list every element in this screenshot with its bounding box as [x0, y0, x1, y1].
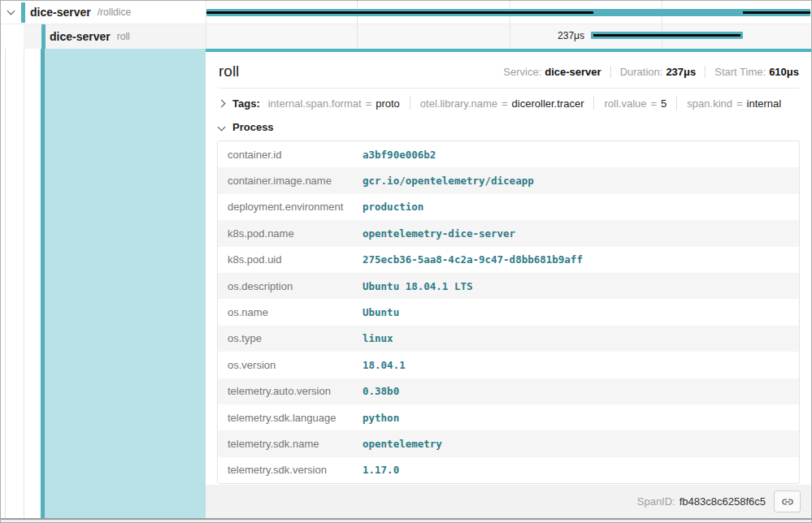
tag-item: span.kind = internal: [687, 97, 781, 110]
kv-key: os.description: [218, 280, 363, 292]
span-id-label: SpanID:: [637, 495, 675, 508]
span-detail-header: roll Service: dice-server Duration: 237μ…: [206, 52, 811, 88]
separator: [610, 66, 611, 78]
tag-value: proto: [376, 97, 400, 110]
kv-value: linux: [363, 332, 393, 344]
tag-value: diceroller.tracer: [512, 97, 584, 110]
rolldice-span-bar[interactable]: [206, 9, 810, 16]
start-time-value: 610μs: [769, 66, 799, 78]
separator: [410, 97, 410, 110]
table-row: telemetry.sdk.version 1.17.0: [218, 457, 799, 483]
separator: [705, 66, 706, 78]
kv-value: 1.17.0: [363, 464, 399, 476]
table-row: telemetry.sdk.language python: [218, 404, 799, 430]
table-row: deployment.environment production: [218, 194, 799, 220]
service-name[interactable]: dice-server: [50, 30, 111, 43]
grid-tick: [357, 24, 358, 49]
table-row: container.id a3bf90e006b2: [218, 141, 799, 167]
tag-equals: =: [502, 97, 508, 110]
service-color-bar: [41, 24, 46, 49]
duration-value: 237μs: [666, 66, 696, 78]
tag-equals: =: [651, 97, 658, 110]
tag-item: internal.span.format = proto: [268, 97, 400, 110]
timeline-row-roll: 237μs: [206, 24, 812, 49]
operation-name: /rolldice: [98, 6, 131, 18]
tag-key: roll.value: [604, 97, 646, 110]
kv-value: Ubuntu 18.04.1 LTS: [363, 280, 472, 292]
span-row-rolldice[interactable]: dice-server /rolldice: [1, 1, 206, 24]
kv-value: 275ecb36-5aa8-4c2a-9c47-d8bb681b9aff: [363, 253, 583, 266]
duration-label: Duration:: [620, 66, 663, 78]
process-label: Process: [232, 121, 274, 133]
table-row: os.version 18.04.1: [218, 352, 799, 378]
kv-value: python: [363, 412, 399, 424]
table-row: os.name Ubuntu: [218, 299, 799, 325]
timeline-row-rolldice: [206, 1, 812, 24]
tag-value: internal: [747, 97, 782, 110]
jaeger-trace-view: dice-server /rolldice dice-server roll: [0, 0, 812, 523]
tag-key: span.kind: [687, 97, 732, 110]
copy-link-button[interactable]: [774, 491, 801, 512]
table-row: container.image.name gcr.io/opentelemetr…: [218, 167, 799, 193]
kv-value: 18.04.1: [363, 359, 406, 371]
service-name[interactable]: dice-server: [30, 6, 91, 19]
span-detail-panel: roll Service: dice-server Duration: 237μ…: [206, 49, 811, 518]
span-name-column: dice-server /rolldice dice-server roll: [1, 1, 206, 49]
start-time-label: Start Time:: [714, 66, 766, 78]
tag-item: otel.library.name = diceroller.tracer: [420, 97, 584, 110]
span-duration-label: 237μs: [558, 30, 584, 41]
kv-value: 0.38b0: [363, 385, 399, 397]
kv-key: telemetry.sdk.name: [218, 438, 363, 450]
tag-equals: =: [366, 97, 372, 110]
expanded-span-gutter: [1, 49, 206, 518]
separator: [593, 97, 594, 110]
kv-key: container.image.name: [218, 175, 363, 187]
kv-key: deployment.environment: [218, 201, 363, 213]
table-row: os.description Ubuntu 18.04.1 LTS: [218, 273, 799, 299]
tags-toggle[interactable]: Tags: internal.span.format = proto otel.…: [206, 89, 811, 116]
kv-value: a3bf90e006b2: [363, 149, 436, 161]
span-title: roll: [219, 63, 239, 80]
process-key-value-table: container.id a3bf90e006b2 container.imag…: [217, 140, 800, 484]
indent-guide: [24, 49, 24, 518]
chevron-down-icon: [218, 123, 226, 132]
trace-timeline-header: dice-server /rolldice dice-server roll: [1, 1, 811, 49]
kv-value: opentelemetry-dice-server: [363, 227, 515, 240]
table-row: telemetry.sdk.name opentelemetry: [218, 430, 799, 456]
roll-span-bar[interactable]: [591, 32, 743, 39]
kv-value: Ubuntu: [363, 306, 399, 318]
table-row: k8s.pod.uid 275ecb36-5aa8-4c2a-9c47-d8bb…: [218, 247, 799, 273]
critical-path-segment: [206, 11, 593, 14]
span-row-roll-selected[interactable]: dice-server roll: [1, 24, 206, 49]
operation-name: roll: [117, 31, 130, 42]
kv-key: telemetry.sdk.version: [218, 464, 363, 476]
kv-key: k8s.pod.name: [218, 227, 363, 240]
critical-path-segment: [593, 34, 740, 37]
service-value: dice-server: [545, 66, 601, 78]
kv-key: os.type: [218, 332, 363, 344]
kv-key: os.name: [218, 306, 363, 318]
kv-value: production: [363, 201, 423, 213]
service-color-bar: [21, 2, 25, 23]
kv-key: telemetry.auto.version: [218, 385, 363, 397]
tags-label: Tags:: [232, 97, 260, 110]
tag-value: 5: [661, 97, 667, 110]
kv-key: container.id: [218, 149, 363, 161]
collapse-chevron-icon[interactable]: [7, 7, 15, 15]
indent-guide: [5, 49, 6, 518]
separator: [676, 97, 677, 110]
kv-key: telemetry.sdk.language: [218, 412, 363, 424]
process-toggle[interactable]: Process: [206, 116, 811, 138]
grid-tick: [510, 24, 510, 49]
critical-path-segment: [743, 11, 810, 14]
kv-key: os.version: [218, 359, 363, 371]
link-icon: [781, 495, 794, 508]
span-summary: Service: dice-server Duration: 237μs Sta…: [503, 66, 799, 78]
tag-key: internal.span.format: [268, 97, 362, 110]
expanded-span-highlight: [45, 49, 206, 518]
span-detail-footer: SpanID: fb483c8c6258f6c5: [206, 485, 811, 518]
table-row: telemetry.auto.version 0.38b0: [218, 378, 799, 404]
tag-key: otel.library.name: [420, 97, 497, 110]
table-row: k8s.pod.name opentelemetry-dice-server: [218, 220, 799, 246]
timeline-column: 237μs: [206, 1, 812, 49]
